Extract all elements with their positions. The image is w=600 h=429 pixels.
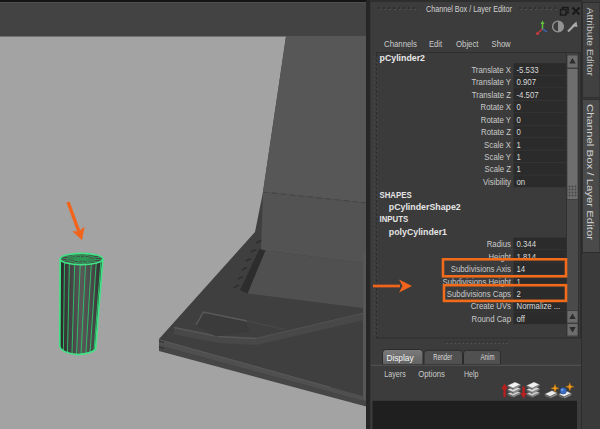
svg-text:Scale Y: Scale Y	[484, 152, 511, 162]
svg-text:Scale X: Scale X	[484, 140, 511, 150]
svg-text:Create UVs: Create UVs	[471, 301, 512, 311]
svg-text:INPUTS: INPUTS	[380, 214, 409, 224]
svg-text:Channels: Channels	[384, 39, 417, 49]
svg-text:Scale Z: Scale Z	[485, 164, 512, 174]
svg-text:Channel Box / Layer Editor: Channel Box / Layer Editor	[585, 104, 594, 240]
svg-text:0.907: 0.907	[517, 77, 537, 87]
svg-text:Subdivisions Axis: Subdivisions Axis	[451, 264, 512, 274]
svg-text:14: 14	[517, 264, 526, 274]
svg-text:Edit: Edit	[429, 39, 442, 49]
svg-text:on: on	[517, 177, 526, 187]
svg-text:pCylinderShape2: pCylinderShape2	[389, 201, 461, 212]
svg-text:1: 1	[517, 140, 521, 150]
svg-text:Translate Y: Translate Y	[472, 77, 512, 87]
svg-text:Show: Show	[492, 39, 511, 49]
svg-text:Normalize ...: Normalize ...	[517, 301, 561, 311]
svg-text:Rotate Z: Rotate Z	[481, 127, 511, 137]
svg-text:Rotate X: Rotate X	[481, 102, 511, 112]
svg-text:Round Cap: Round Cap	[472, 314, 512, 324]
svg-text:Subdivisions Caps: Subdivisions Caps	[447, 289, 511, 299]
svg-text:off: off	[517, 314, 526, 324]
svg-text:0: 0	[517, 127, 521, 137]
svg-text:Translate Z: Translate Z	[472, 90, 511, 100]
svg-text:2: 2	[517, 289, 521, 299]
svg-text:pCylinder2: pCylinder2	[380, 52, 426, 63]
svg-text:Radius: Radius	[487, 239, 512, 249]
svg-text:0: 0	[517, 102, 521, 112]
svg-text:Render: Render	[433, 352, 452, 362]
svg-text:Translate X: Translate X	[471, 65, 511, 75]
svg-text:Channel Box / Layer Editor: Channel Box / Layer Editor	[426, 4, 512, 14]
svg-text:Layers: Layers	[384, 369, 406, 379]
svg-text:Display: Display	[386, 352, 413, 363]
svg-text:0.344: 0.344	[517, 239, 537, 249]
svg-text:Help: Help	[464, 369, 479, 379]
svg-text:polyCylinder1: polyCylinder1	[389, 226, 448, 237]
svg-text:-4.507: -4.507	[517, 90, 539, 100]
svg-text:1: 1	[517, 152, 521, 162]
svg-text:Options: Options	[418, 369, 445, 379]
svg-text:Anim: Anim	[481, 352, 495, 362]
svg-text:Attribute Editor: Attribute Editor	[585, 8, 594, 77]
svg-text:Object: Object	[456, 39, 479, 49]
svg-text:1: 1	[517, 164, 521, 174]
svg-text:SHAPES: SHAPES	[380, 190, 412, 200]
svg-text:0: 0	[517, 115, 521, 125]
svg-text:-5.533: -5.533	[517, 65, 539, 75]
svg-text:Rotate Y: Rotate Y	[481, 115, 511, 125]
svg-text:Visibility: Visibility	[483, 177, 511, 187]
